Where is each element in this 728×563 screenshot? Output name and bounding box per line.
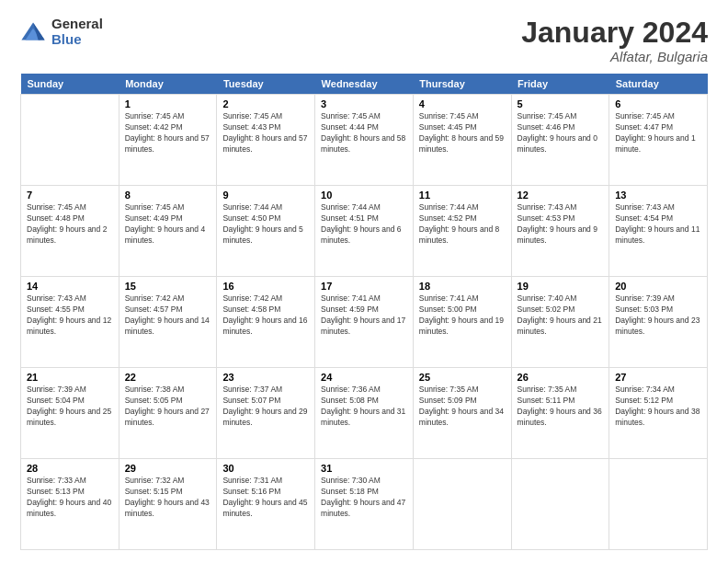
- day-info: Sunrise: 7:33 AM Sunset: 5:13 PM Dayligh…: [27, 476, 113, 520]
- day-cell: 22 Sunrise: 7:38 AM Sunset: 5:05 PM Dayl…: [119, 368, 217, 459]
- daylight-text: Daylight: 9 hours and 8 minutes.: [419, 224, 506, 247]
- day-number: 27: [615, 372, 701, 383]
- daylight-text: Daylight: 9 hours and 14 minutes.: [125, 316, 211, 338]
- day-cell: 27 Sunrise: 7:34 AM Sunset: 5:12 PM Dayl…: [609, 368, 708, 459]
- day-info: Sunrise: 7:44 AM Sunset: 4:51 PM Dayligh…: [321, 202, 407, 247]
- day-number: 17: [321, 281, 407, 292]
- day-number: 4: [419, 98, 506, 109]
- day-number: 7: [27, 190, 113, 201]
- header: General Blue January 2024 Alfatar, Bulga…: [20, 17, 708, 64]
- day-number: 30: [222, 463, 309, 474]
- day-cell: 3 Sunrise: 7:45 AM Sunset: 4:44 PM Dayli…: [315, 95, 414, 186]
- day-info: Sunrise: 7:30 AM Sunset: 5:18 PM Dayligh…: [321, 476, 407, 520]
- day-info: Sunrise: 7:31 AM Sunset: 5:16 PM Dayligh…: [222, 476, 309, 520]
- sunset-text: Sunset: 4:45 PM: [419, 122, 506, 133]
- day-info: Sunrise: 7:40 AM Sunset: 5:02 PM Dayligh…: [518, 293, 604, 338]
- day-info: Sunrise: 7:39 AM Sunset: 5:04 PM Dayligh…: [27, 385, 113, 429]
- daylight-text: Daylight: 9 hours and 4 minutes.: [125, 224, 211, 247]
- day-number: 14: [27, 281, 113, 292]
- sunset-text: Sunset: 5:11 PM: [518, 396, 604, 407]
- title-block: January 2024 Alfatar, Bulgaria: [521, 17, 708, 64]
- day-number: 12: [518, 190, 604, 201]
- day-number: 10: [321, 190, 407, 201]
- day-cell: 2 Sunrise: 7:45 AM Sunset: 4:43 PM Dayli…: [217, 95, 315, 186]
- day-info: Sunrise: 7:35 AM Sunset: 5:09 PM Dayligh…: [419, 385, 506, 429]
- sunrise-text: Sunrise: 7:45 AM: [321, 111, 407, 122]
- day-number: 6: [615, 98, 701, 109]
- day-cell: 28 Sunrise: 7:33 AM Sunset: 5:13 PM Dayl…: [21, 459, 119, 550]
- day-info: Sunrise: 7:43 AM Sunset: 4:53 PM Dayligh…: [518, 202, 604, 247]
- day-info: Sunrise: 7:34 AM Sunset: 5:12 PM Dayligh…: [615, 385, 701, 429]
- sunset-text: Sunset: 5:04 PM: [27, 396, 113, 407]
- day-info: Sunrise: 7:45 AM Sunset: 4:44 PM Dayligh…: [321, 111, 407, 155]
- sunset-text: Sunset: 4:50 PM: [222, 213, 309, 224]
- day-number: 23: [222, 372, 309, 383]
- day-cell: 6 Sunrise: 7:45 AM Sunset: 4:47 PM Dayli…: [609, 95, 708, 186]
- day-cell: 1 Sunrise: 7:45 AM Sunset: 4:42 PM Dayli…: [119, 95, 217, 186]
- day-info: Sunrise: 7:36 AM Sunset: 5:08 PM Dayligh…: [321, 385, 407, 429]
- day-info: Sunrise: 7:37 AM Sunset: 5:07 PM Dayligh…: [222, 385, 309, 429]
- daylight-text: Daylight: 9 hours and 47 minutes.: [321, 498, 407, 520]
- day-info: Sunrise: 7:41 AM Sunset: 4:59 PM Dayligh…: [321, 293, 407, 338]
- sunset-text: Sunset: 4:59 PM: [321, 304, 407, 316]
- daylight-text: Daylight: 8 hours and 57 minutes.: [125, 133, 211, 155]
- day-cell: 13 Sunrise: 7:43 AM Sunset: 4:54 PM Dayl…: [609, 186, 708, 277]
- week-row-2: 14 Sunrise: 7:43 AM Sunset: 4:55 PM Dayl…: [21, 277, 708, 368]
- sunrise-text: Sunrise: 7:42 AM: [222, 293, 309, 304]
- sunrise-text: Sunrise: 7:35 AM: [518, 385, 604, 396]
- sunrise-text: Sunrise: 7:44 AM: [222, 202, 309, 213]
- daylight-text: Daylight: 9 hours and 2 minutes.: [27, 224, 113, 247]
- sunset-text: Sunset: 4:55 PM: [27, 304, 113, 316]
- sunrise-text: Sunrise: 7:36 AM: [321, 385, 407, 396]
- day-info: Sunrise: 7:45 AM Sunset: 4:42 PM Dayligh…: [125, 111, 211, 155]
- sunset-text: Sunset: 5:07 PM: [222, 396, 309, 407]
- sunrise-text: Sunrise: 7:42 AM: [125, 293, 211, 304]
- sunrise-text: Sunrise: 7:37 AM: [222, 385, 309, 396]
- week-row-0: 1 Sunrise: 7:45 AM Sunset: 4:42 PM Dayli…: [21, 95, 708, 186]
- day-info: Sunrise: 7:42 AM Sunset: 4:57 PM Dayligh…: [125, 293, 211, 338]
- day-cell: 14 Sunrise: 7:43 AM Sunset: 4:55 PM Dayl…: [21, 277, 119, 368]
- sunset-text: Sunset: 4:51 PM: [321, 213, 407, 224]
- daylight-text: Daylight: 8 hours and 59 minutes.: [419, 133, 506, 155]
- daylight-text: Daylight: 9 hours and 11 minutes.: [615, 224, 701, 247]
- day-number: 20: [615, 281, 701, 292]
- sunrise-text: Sunrise: 7:44 AM: [321, 202, 407, 213]
- day-info: Sunrise: 7:32 AM Sunset: 5:15 PM Dayligh…: [125, 476, 211, 520]
- col-tuesday: Tuesday: [217, 74, 315, 95]
- day-number: 3: [321, 98, 407, 109]
- sunset-text: Sunset: 4:53 PM: [518, 213, 604, 224]
- sunset-text: Sunset: 5:13 PM: [27, 487, 113, 498]
- day-cell: 7 Sunrise: 7:45 AM Sunset: 4:48 PM Dayli…: [21, 186, 119, 277]
- day-number: 8: [125, 190, 211, 201]
- daylight-text: Daylight: 9 hours and 9 minutes.: [518, 224, 604, 247]
- day-cell: [609, 459, 708, 550]
- day-cell: 8 Sunrise: 7:45 AM Sunset: 4:49 PM Dayli…: [119, 186, 217, 277]
- day-cell: 21 Sunrise: 7:39 AM Sunset: 5:04 PM Dayl…: [21, 368, 119, 459]
- page: General Blue January 2024 Alfatar, Bulga…: [0, 0, 728, 563]
- daylight-text: Daylight: 9 hours and 31 minutes.: [321, 407, 407, 429]
- day-info: Sunrise: 7:39 AM Sunset: 5:03 PM Dayligh…: [615, 293, 701, 338]
- day-cell: 30 Sunrise: 7:31 AM Sunset: 5:16 PM Dayl…: [217, 459, 315, 550]
- day-cell: 11 Sunrise: 7:44 AM Sunset: 4:52 PM Dayl…: [413, 186, 511, 277]
- daylight-text: Daylight: 9 hours and 43 minutes.: [125, 498, 211, 520]
- daylight-text: Daylight: 9 hours and 40 minutes.: [27, 498, 113, 520]
- day-number: 1: [125, 98, 211, 109]
- sunrise-text: Sunrise: 7:45 AM: [125, 111, 211, 122]
- day-cell: 23 Sunrise: 7:37 AM Sunset: 5:07 PM Dayl…: [217, 368, 315, 459]
- logo-blue-label: Blue: [51, 32, 103, 48]
- day-cell: 4 Sunrise: 7:45 AM Sunset: 4:45 PM Dayli…: [413, 95, 511, 186]
- sunrise-text: Sunrise: 7:43 AM: [518, 202, 604, 213]
- day-cell: 29 Sunrise: 7:32 AM Sunset: 5:15 PM Dayl…: [119, 459, 217, 550]
- sunrise-text: Sunrise: 7:45 AM: [518, 111, 604, 122]
- day-number: 16: [222, 281, 309, 292]
- day-number: 29: [125, 463, 211, 474]
- sunset-text: Sunset: 4:44 PM: [321, 122, 407, 133]
- week-row-3: 21 Sunrise: 7:39 AM Sunset: 5:04 PM Dayl…: [21, 368, 708, 459]
- daylight-text: Daylight: 8 hours and 58 minutes.: [321, 133, 407, 155]
- sunrise-text: Sunrise: 7:33 AM: [27, 476, 113, 487]
- daylight-text: Daylight: 9 hours and 23 minutes.: [615, 316, 701, 338]
- sunrise-text: Sunrise: 7:35 AM: [419, 385, 506, 396]
- day-info: Sunrise: 7:42 AM Sunset: 4:58 PM Dayligh…: [222, 293, 309, 338]
- sunset-text: Sunset: 4:57 PM: [125, 304, 211, 316]
- day-info: Sunrise: 7:41 AM Sunset: 5:00 PM Dayligh…: [419, 293, 506, 338]
